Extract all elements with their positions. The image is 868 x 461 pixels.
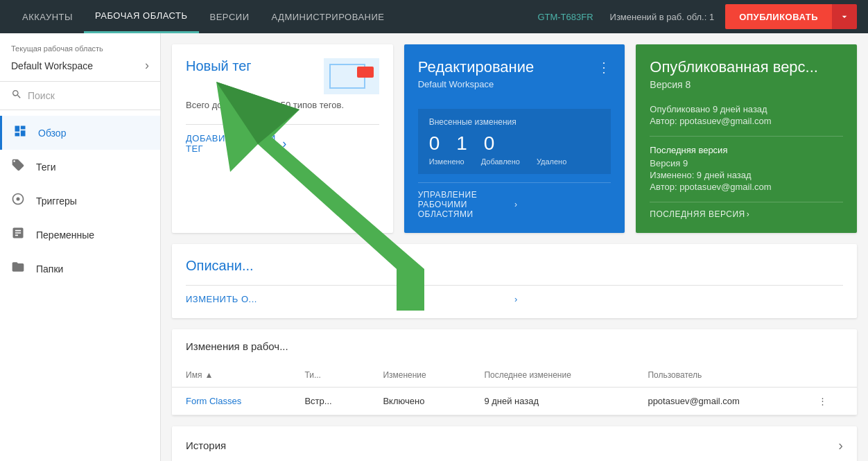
description-card: Описани... ИЗМЕНИТЬ О... › xyxy=(172,244,857,318)
chevron-down-icon xyxy=(839,11,850,22)
published-last-changed: Изменено: 9 дней назад xyxy=(650,170,843,180)
search-box xyxy=(0,82,160,110)
nav-workspace[interactable]: РАБОЧАЯ ОБЛАСТЬ xyxy=(84,0,199,33)
row-menu[interactable]: ⋮ xyxy=(804,388,857,415)
row-type: Встр... xyxy=(290,388,369,415)
workspace-selector[interactable]: Default Workspace › xyxy=(0,55,160,82)
folders-icon xyxy=(11,260,25,277)
sidebar-item-triggers[interactable]: Триггеры xyxy=(0,184,160,218)
publish-dropdown-button[interactable] xyxy=(832,4,857,29)
published-author: Автор: ppotasuev@gmail.com xyxy=(650,116,843,126)
last-version-label: ПОСЛЕДНЯЯ ВЕРСИЯ xyxy=(650,209,746,219)
col-name[interactable]: Имя ▲ xyxy=(172,363,290,388)
changes-added-value: 1 xyxy=(456,132,467,155)
add-new-tag-arrow-icon: › xyxy=(282,137,379,151)
manage-workspaces-arrow-icon: › xyxy=(514,200,611,209)
changes-added-label: Добавлено xyxy=(481,157,520,166)
sidebar-item-folders-label: Папки xyxy=(36,263,63,275)
row-user: ppotasuev@gmail.com xyxy=(634,388,804,415)
manage-workspaces-action[interactable]: УПРАВЛЕНИЕ РАБОЧИМИ ОБЛАСТЯМИ › xyxy=(418,182,611,219)
change-description-arrow-icon: › xyxy=(514,294,843,304)
editing-title: Редактирование xyxy=(418,58,535,76)
changes-numbers: 0 1 0 xyxy=(429,132,600,155)
changes-table-head: Имя ▲ Ти... Изменение Последнее изменени… xyxy=(172,363,857,388)
sidebar-item-variables[interactable]: Переменные xyxy=(0,218,160,252)
history-arrow-icon: › xyxy=(838,437,843,453)
changes-count: Изменений в раб. обл.: 1 xyxy=(610,12,715,22)
manage-workspaces-label: УПРАВЛЕНИЕ РАБОЧИМИ ОБЛАСТЯМИ xyxy=(418,190,514,219)
tag-image-red xyxy=(357,67,374,78)
col-type: Ти... xyxy=(290,363,369,388)
nav-admin[interactable]: АДМИНИСТРИРОВАНИЕ xyxy=(260,0,395,33)
add-new-tag-action[interactable]: ДОБАВИТЬ НОВЫЙ ТЕГ › xyxy=(186,124,379,154)
published-last-author: Автор: ppotasuev@gmail.com xyxy=(650,182,843,192)
tags-icon xyxy=(11,158,25,175)
sidebar-item-triggers-label: Триггеры xyxy=(36,195,77,207)
editing-subtitle: Default Workspace xyxy=(418,79,611,89)
changes-labels: Изменено Добавлено Удалено xyxy=(429,157,600,166)
search-icon xyxy=(11,89,22,103)
search-input[interactable] xyxy=(28,90,149,101)
published-version: Версия 8 xyxy=(650,79,843,90)
change-description-action[interactable]: ИЗМЕНИТЬ О... › xyxy=(186,285,843,304)
change-description-label: ИЗМЕНИТЬ О... xyxy=(186,294,514,304)
col-last-change: Последнее изменение xyxy=(470,363,634,388)
changes-deleted-label: Удалено xyxy=(537,157,566,166)
editing-menu-icon[interactable]: ⋮ xyxy=(597,59,611,76)
published-card: Опубликованная верс... Версия 8 Опублико… xyxy=(636,44,857,233)
published-divider xyxy=(650,136,843,137)
published-last-version: Версия 9 xyxy=(650,158,843,168)
sort-icon: ▲ xyxy=(205,370,213,380)
sidebar-item-overview-label: Обзор xyxy=(38,128,66,139)
sidebar: Текущая рабочая область Default Workspac… xyxy=(0,33,161,461)
published-last-title: Последняя версия xyxy=(650,145,843,155)
changes-table: Имя ▲ Ти... Изменение Последнее изменени… xyxy=(172,363,857,415)
changes-table-body: Form Classes Встр... Включено 9 дней наз… xyxy=(172,388,857,415)
sidebar-nav: Обзор Теги Триггеры Переменные xyxy=(0,110,160,461)
published-meta: Опубликовано 9 дней назад Автор: ppotasu… xyxy=(650,104,843,128)
changes-table-card: Изменения в рабоч... Имя ▲ Ти... Изменен… xyxy=(172,329,857,415)
sidebar-item-folders[interactable]: Папки xyxy=(0,252,160,286)
col-user: Пользователь xyxy=(634,363,804,388)
main-layout: Текущая рабочая область Default Workspac… xyxy=(0,33,868,461)
svg-point-0 xyxy=(17,198,20,201)
editing-card-header: Редактирование ⋮ xyxy=(418,58,611,76)
row-name: Form Classes xyxy=(172,388,290,415)
top-nav: АККАУНТЫ РАБОЧАЯ ОБЛАСТЬ ВЕРСИИ АДМИНИСТ… xyxy=(0,0,868,33)
workspace-label: Текущая рабочая область xyxy=(0,33,160,55)
description-title: Описани... xyxy=(186,258,843,274)
cards-row: Новый тег Всего доступно более 50 типов … xyxy=(172,44,857,233)
row-last-change: 9 дней назад xyxy=(470,388,634,415)
published-title: Опубликованная верс... xyxy=(650,58,843,76)
publish-button[interactable]: ОПУБЛИКОВАТЬ xyxy=(725,4,832,29)
workspace-name: Default Workspace xyxy=(11,60,93,71)
changes-deleted-value: 0 xyxy=(484,132,495,155)
editing-changes: Внесенные изменения 0 1 0 Изменено Добав… xyxy=(418,109,611,174)
history-card[interactable]: История › xyxy=(172,426,857,461)
editing-card[interactable]: Редактирование ⋮ Default Workspace Внесе… xyxy=(404,44,625,233)
row-name-link[interactable]: Form Classes xyxy=(186,396,241,406)
sidebar-item-tags-label: Теги xyxy=(36,162,55,173)
sidebar-item-tags[interactable]: Теги xyxy=(0,150,160,184)
changes-changed-value: 0 xyxy=(429,132,440,155)
nav-versions[interactable]: ВЕРСИИ xyxy=(199,0,261,33)
nav-accounts[interactable]: АККАУНТЫ xyxy=(11,0,84,33)
triggers-icon xyxy=(11,192,25,209)
published-date: Опубликовано 9 дней назад xyxy=(650,104,843,114)
table-row: Form Classes Встр... Включено 9 дней наз… xyxy=(172,388,857,415)
sidebar-item-variables-label: Переменные xyxy=(36,229,94,241)
variables-icon xyxy=(11,226,25,243)
changes-title: Внесенные изменения xyxy=(429,117,600,127)
new-tag-card-header: Новый тег xyxy=(186,58,379,94)
new-tag-image xyxy=(324,58,379,94)
history-title: История xyxy=(186,440,838,451)
col-change: Изменение xyxy=(369,363,470,388)
changes-changed-label: Изменено xyxy=(429,157,465,166)
last-version-action[interactable]: ПОСЛЕДНЯЯ ВЕРСИЯ › xyxy=(650,202,843,219)
add-new-tag-label: ДОБАВИТЬ НОВЫЙ ТЕГ xyxy=(186,133,282,154)
sidebar-item-overview[interactable]: Обзор xyxy=(0,116,160,150)
gtm-id: GTM-T683FR xyxy=(537,12,593,22)
row-change: Включено xyxy=(369,388,470,415)
last-version-arrow-icon: › xyxy=(747,209,843,219)
col-actions xyxy=(804,363,857,388)
